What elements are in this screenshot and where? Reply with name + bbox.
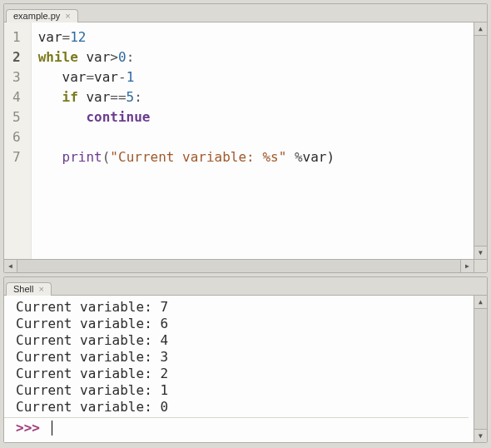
code-line: var=var-1 [38,67,469,87]
line-number: 1 [12,27,21,47]
shell-line: Current variable: 7 [16,299,469,316]
scroll-down-icon[interactable]: ▼ [474,246,487,259]
scroll-corner [474,260,487,272]
code-line [38,127,469,147]
shell-tab[interactable]: Shell × [6,282,52,296]
scroll-right-icon[interactable]: ▶ [460,260,474,272]
shell-vertical-scrollbar[interactable]: ▲ ▼ [474,296,487,442]
close-icon[interactable]: × [38,285,43,294]
code-line: while var>0: [38,47,469,67]
shell-line: Current variable: 0 [16,399,469,416]
editor-tab-example[interactable]: example.py × [6,9,78,22]
editor-vertical-scrollbar[interactable]: ▲ ▼ [474,22,487,259]
code-line: var=12 [38,27,469,47]
editor-panel: example.py × 1234567 var=12while var>0: … [3,3,488,273]
shell-panel: Shell × Current variable: 7Current varia… [3,276,488,443]
scroll-down-icon[interactable]: ▼ [474,429,487,442]
shell-prompt: >>> [16,420,48,436]
line-number: 5 [12,107,21,127]
line-number: 6 [12,127,21,147]
code-line: continue [38,107,469,127]
shell-content: Current variable: 7Current variable: 6Cu… [4,296,487,442]
editor-horizontal-scrollbar[interactable]: ◀ ▶ [4,259,487,272]
editor-content: 1234567 var=12while var>0: var=var-1 if … [4,22,487,259]
line-number: 3 [12,67,21,87]
line-number: 2 [12,47,21,67]
scroll-up-icon[interactable]: ▲ [474,22,487,36]
editor-tab-label: example.py [13,11,60,21]
line-number: 7 [12,147,21,167]
shell-line: Current variable: 4 [16,332,469,349]
code-line: print("Current variable: %s" %var) [38,147,469,167]
shell-divider [4,417,469,418]
shell-prompt-line[interactable]: >>> [16,420,469,436]
line-number: 4 [12,87,21,107]
scroll-left-icon[interactable]: ◀ [4,260,17,272]
shell-tab-label: Shell [13,284,33,294]
shell-output[interactable]: Current variable: 7Current variable: 6Cu… [4,296,474,442]
shell-line: Current variable: 6 [16,316,469,332]
close-icon[interactable]: × [65,12,70,21]
shell-tabbar: Shell × [4,277,487,296]
line-number-gutter: 1234567 [4,22,32,259]
text-cursor [52,421,52,436]
code-line: if var==5: [38,87,469,107]
shell-line: Current variable: 2 [16,366,469,382]
code-area[interactable]: var=12while var>0: var=var-1 if var==5: … [32,22,474,259]
shell-line: Current variable: 3 [16,349,469,366]
shell-line: Current variable: 1 [16,382,469,399]
scroll-up-icon[interactable]: ▲ [474,296,487,309]
editor-tabbar: example.py × [4,4,487,22]
